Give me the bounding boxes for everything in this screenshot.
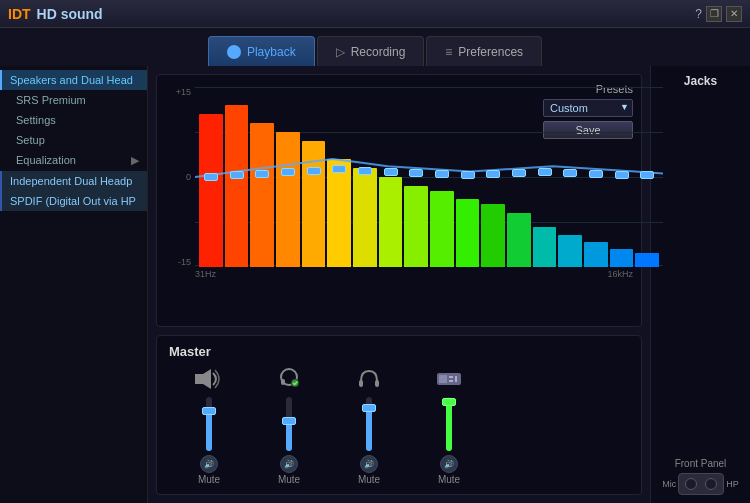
sidebar-item-setup[interactable]: Setup bbox=[0, 130, 147, 150]
eq-handle-inner-10 bbox=[461, 171, 475, 179]
jacks-title: Jacks bbox=[684, 74, 717, 88]
master-fader-handle[interactable] bbox=[202, 407, 216, 415]
eq-handle-16[interactable] bbox=[610, 170, 634, 180]
mic-label: Mic bbox=[662, 479, 676, 489]
eq-handle-10[interactable] bbox=[456, 170, 480, 180]
eq-freq-labels: 31Hz 16kHz bbox=[165, 269, 633, 279]
channel3-mute-icon[interactable]: 🔊 bbox=[360, 455, 378, 473]
eq-handle-1[interactable] bbox=[225, 170, 249, 180]
eq-handle-inner-2 bbox=[255, 170, 269, 178]
svg-rect-10 bbox=[439, 375, 447, 383]
eq-handle-12[interactable] bbox=[507, 168, 531, 178]
master-mute: 🔊 Mute bbox=[198, 455, 220, 485]
eq-handle-15[interactable] bbox=[584, 169, 608, 179]
eq-handle-inner-13 bbox=[538, 168, 552, 176]
help-button[interactable]: ? bbox=[695, 7, 702, 21]
sidebar-item-srs-premium[interactable]: SRS Premium bbox=[0, 90, 147, 110]
eq-handle-inner-0 bbox=[204, 173, 218, 181]
restore-button[interactable]: ❐ bbox=[706, 6, 722, 22]
sidebar-item-equalization[interactable]: Equalization ▶ bbox=[0, 150, 147, 171]
headphones-icon bbox=[351, 365, 387, 393]
channel2-fader-handle[interactable] bbox=[282, 417, 296, 425]
eq-handle-inner-7 bbox=[384, 168, 398, 176]
channel4-fader-handle[interactable] bbox=[442, 398, 456, 406]
tab-preferences-label: Preferences bbox=[458, 45, 523, 59]
channel3-mute: 🔊 Mute bbox=[358, 455, 380, 485]
headset-check-icon bbox=[271, 365, 307, 393]
channel2-mute-icon[interactable]: 🔊 bbox=[280, 455, 298, 473]
equalizer-section: Presets CustomFlatRockPopJazzClassical ▼… bbox=[156, 74, 642, 327]
eq-handle-inner-15 bbox=[589, 170, 603, 178]
sidebar-item-independent-dual[interactable]: Independent Dual Headp bbox=[0, 171, 147, 191]
front-panel-label: Front Panel bbox=[675, 458, 727, 469]
tab-recording[interactable]: ▷ Recording bbox=[317, 36, 425, 66]
eq-freq-end: 16kHz bbox=[607, 269, 633, 279]
channel2-fader-fill bbox=[286, 421, 292, 451]
eq-handle-inner-3 bbox=[281, 168, 295, 176]
eq-handle-8[interactable] bbox=[404, 168, 428, 178]
eq-handle-0[interactable] bbox=[199, 172, 223, 182]
eq-handle-inner-11 bbox=[486, 170, 500, 178]
sidebar: Speakers and Dual Head SRS Premium Setti… bbox=[0, 66, 148, 503]
channel4-mute-icon[interactable]: 🔊 bbox=[440, 455, 458, 473]
hp-label: HP bbox=[726, 479, 739, 489]
content-area: Presets CustomFlatRockPopJazzClassical ▼… bbox=[148, 66, 650, 503]
sidebar-item-speakers-dual[interactable]: Speakers and Dual Head bbox=[0, 70, 147, 90]
eq-handle-5[interactable] bbox=[327, 164, 351, 174]
master-mute-icon[interactable]: 🔊 bbox=[200, 455, 218, 473]
tab-recording-label: Recording bbox=[351, 45, 406, 59]
title-bar: IDT HD sound ? ❐ ✕ bbox=[0, 0, 750, 28]
close-button[interactable]: ✕ bbox=[726, 6, 742, 22]
sidebar-item-settings[interactable]: Settings bbox=[0, 110, 147, 130]
eq-handle-13[interactable] bbox=[533, 167, 557, 177]
channel4-fader-fill bbox=[446, 402, 452, 451]
eq-handle-11[interactable] bbox=[481, 169, 505, 179]
jacks-section: Jacks Front Panel Mic HP bbox=[650, 66, 750, 503]
eq-handle-inner-12 bbox=[512, 169, 526, 177]
mixer-channels: 🔊 Mute bbox=[169, 365, 629, 485]
eq-handle-2[interactable] bbox=[250, 169, 274, 179]
jack-box bbox=[678, 473, 724, 495]
eq-handle-3[interactable] bbox=[276, 167, 300, 177]
eq-handles-container bbox=[195, 87, 663, 267]
eq-handle-inner-16 bbox=[615, 171, 629, 179]
channel3-fader-handle[interactable] bbox=[362, 404, 376, 412]
svg-rect-7 bbox=[359, 380, 363, 387]
eq-freq-start: 31Hz bbox=[195, 269, 216, 279]
tab-playback-label: Playback bbox=[247, 45, 296, 59]
mixer-channel-2: 🔊 Mute bbox=[249, 365, 329, 485]
front-panel-jacks: Mic HP bbox=[662, 473, 739, 495]
eq-handle-inner-1 bbox=[230, 171, 244, 179]
eq-handle-inner-9 bbox=[435, 170, 449, 178]
tab-preferences[interactable]: ≡ Preferences bbox=[426, 36, 542, 66]
svg-rect-11 bbox=[449, 376, 453, 378]
sidebar-item-spdif[interactable]: SPDIF (Digital Out via HP bbox=[0, 191, 147, 211]
mixer-channel-4: 🔊 Mute bbox=[409, 365, 489, 485]
svg-marker-1 bbox=[203, 369, 211, 389]
window-controls: ❐ ✕ bbox=[706, 6, 742, 22]
tab-playback[interactable]: Playback bbox=[208, 36, 315, 66]
master-fader-fill bbox=[206, 411, 212, 452]
preferences-tab-icon: ≡ bbox=[445, 45, 452, 59]
eq-handle-14[interactable] bbox=[558, 168, 582, 178]
eq-y-labels: +15 0 -15 bbox=[165, 87, 195, 267]
channel3-mute-label: Mute bbox=[358, 474, 380, 485]
svg-rect-3 bbox=[281, 379, 285, 385]
eq-handle-6[interactable] bbox=[353, 166, 377, 176]
svg-rect-12 bbox=[449, 380, 453, 382]
tab-bar: Playback ▷ Recording ≡ Preferences bbox=[0, 28, 750, 66]
playback-tab-icon bbox=[227, 45, 241, 59]
app-logo: IDT bbox=[8, 6, 31, 22]
eq-handle-inner-8 bbox=[409, 169, 423, 177]
eq-handle-7[interactable] bbox=[379, 167, 403, 177]
eq-handle-4[interactable] bbox=[302, 166, 326, 176]
channel4-mute: 🔊 Mute bbox=[438, 455, 460, 485]
master-mute-label: Mute bbox=[198, 474, 220, 485]
channel4-mute-label: Mute bbox=[438, 474, 460, 485]
svg-rect-8 bbox=[375, 380, 379, 387]
channel3-fader-track bbox=[366, 397, 372, 451]
eq-handle-17[interactable] bbox=[635, 170, 659, 180]
mixer-title: Master bbox=[169, 344, 629, 359]
svg-rect-13 bbox=[455, 376, 457, 382]
eq-handle-9[interactable] bbox=[430, 169, 454, 179]
